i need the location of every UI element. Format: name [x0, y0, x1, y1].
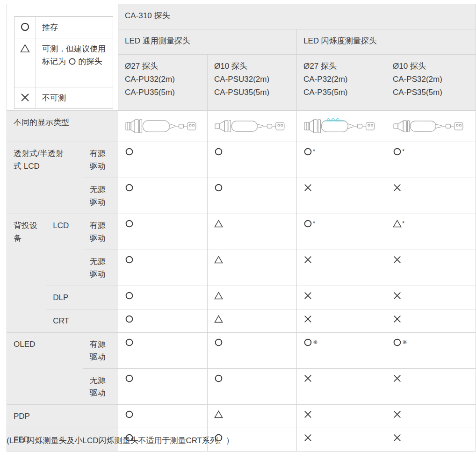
table-row-oled-active: OLED 有源驱动 ※ ※ — [7, 333, 476, 369]
table-row-rear-crt: CRT — [7, 309, 476, 333]
compat-cell — [386, 178, 476, 214]
row-label-rear-lcd: LCD — [46, 214, 83, 286]
probe-27-flicker-illustration — [303, 116, 379, 136]
compat-cell — [118, 309, 208, 333]
circle-icon — [393, 338, 402, 347]
compat-cell — [297, 309, 386, 333]
probe-header-ca-pu: Ø27 探头 CA-PU32(2m) CA-PU35(5m) — [118, 55, 208, 111]
footnote: (LED 闪烁测量头及小LCD闪烁测量头不适用于测量CRT系列。） — [7, 435, 234, 447]
probe-image-cell — [118, 111, 208, 142]
compat-cell: * — [297, 214, 386, 250]
probe-model: CA-PSU35(5m) — [214, 86, 290, 99]
circle-icon — [125, 183, 134, 192]
circle-icon — [125, 315, 134, 323]
compat-cell — [208, 250, 297, 286]
triangle-icon — [214, 291, 223, 300]
circle-icon — [125, 147, 134, 156]
circle-icon — [214, 338, 223, 347]
group-header-flicker: LED 闪烁度测量探头 — [297, 29, 476, 55]
compat-cell — [118, 286, 208, 309]
compat-cell — [208, 333, 297, 369]
row-label-dlp: DLP — [46, 286, 118, 309]
table-row-lcd-trans-active: 透射式/半透射式 LCD 有源驱动 * * — [7, 142, 476, 178]
row-label-pdp: PDP — [7, 405, 118, 428]
cross-icon — [303, 410, 312, 419]
circle-icon — [125, 374, 134, 383]
probe-model: CA-PSU32(2m) — [214, 73, 290, 86]
legend-label: 推存 — [36, 17, 62, 38]
compat-cell — [118, 405, 208, 428]
probe-10-flicker-illustration — [393, 116, 469, 136]
compat-cell: * — [297, 142, 386, 178]
symbol-superscript: * — [402, 148, 404, 155]
cross-icon — [393, 183, 402, 192]
triangle-icon — [214, 315, 223, 323]
circle-icon — [125, 255, 134, 264]
cross-icon — [393, 291, 402, 300]
symbol-superscript: * — [313, 220, 315, 227]
compat-cell: * — [386, 214, 476, 250]
compat-cell: ※ — [386, 333, 476, 369]
circle-icon — [393, 147, 402, 156]
cross-icon — [393, 315, 402, 323]
compat-cell — [297, 428, 386, 452]
row-label-passive-drive: 无源驱动 — [83, 369, 118, 405]
cross-icon — [303, 315, 312, 323]
legend-item-not-measurable: 不可测 — [14, 87, 113, 108]
circle-icon — [303, 338, 312, 347]
legend-item-recommended: 推存 — [14, 17, 113, 38]
compat-cell: ※ — [297, 333, 386, 369]
row-label-active-drive: 有源驱动 — [83, 142, 118, 178]
probe-model: CA-PU32(2m) — [125, 73, 201, 86]
legend-symbol-cell — [14, 17, 36, 38]
compat-cell — [208, 178, 297, 214]
circle-icon — [303, 219, 312, 228]
symbol-superscript: ※ — [313, 338, 318, 345]
row-label-crt: CRT — [46, 309, 118, 333]
compat-cell — [118, 250, 208, 286]
compat-cell — [386, 250, 476, 286]
compat-cell — [386, 369, 476, 405]
triangle-icon — [393, 219, 402, 228]
circle-icon — [214, 183, 223, 192]
row-label-passive-drive: 无源驱动 — [83, 178, 118, 214]
legend-label-text: 的探头 — [78, 57, 102, 66]
row-label-rear-projection: 背投设备 — [7, 214, 46, 333]
triangle-icon — [214, 255, 223, 264]
compat-cell — [208, 309, 297, 333]
compat-cell — [208, 214, 297, 250]
compat-cell: * — [386, 142, 476, 178]
display-type-label: 不同的显示类型 — [7, 111, 118, 142]
compat-cell — [386, 428, 476, 452]
cross-icon — [303, 183, 312, 192]
compat-cell — [208, 405, 297, 428]
row-label-passive-drive: 无源驱动 — [83, 250, 118, 286]
compat-cell — [386, 309, 476, 333]
circle-icon — [303, 147, 312, 156]
probe-model: CA-PU35(5m) — [125, 86, 201, 99]
compat-cell — [118, 178, 208, 214]
legend-label: 不可测 — [36, 87, 70, 108]
circle-icon — [20, 22, 30, 32]
compat-cell — [386, 286, 476, 309]
probe-model: CA-PS32(2m) — [393, 73, 469, 86]
legend-symbol-cell — [14, 38, 36, 87]
triangle-icon — [20, 43, 30, 53]
circle-icon — [214, 147, 223, 156]
row-label-active-drive: 有源驱动 — [83, 333, 118, 369]
legend-label: 可测，但建议使用标记为 的探头 — [36, 38, 113, 87]
compat-cell — [297, 369, 386, 405]
table-row-rear-dlp: DLP — [7, 286, 476, 309]
row-label-active-drive: 有源驱动 — [83, 214, 118, 250]
symbol-superscript: * — [402, 220, 404, 227]
probe-size: Ø27 探头 — [125, 60, 201, 73]
probe-size: Ø10 探头 — [393, 60, 469, 73]
probe-model: CA-P32(2m) — [303, 73, 379, 86]
triangle-icon — [214, 219, 223, 228]
compat-cell — [118, 142, 208, 178]
cross-icon — [303, 255, 312, 264]
cross-icon — [303, 374, 312, 383]
table-row-display-types: 不同的显示类型 — [7, 111, 476, 142]
compat-cell — [297, 178, 386, 214]
probe-size: Ø10 探头 — [214, 60, 290, 73]
